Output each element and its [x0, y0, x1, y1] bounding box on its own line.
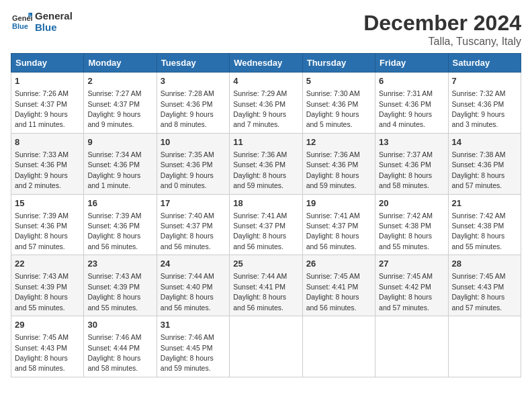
empty-cell — [448, 316, 521, 377]
day-number: 23 — [87, 258, 152, 270]
day-cell-24: 24Sunrise: 7:44 AMSunset: 4:40 PMDayligh… — [157, 255, 229, 316]
day-cell-5: 5Sunrise: 7:30 AMSunset: 4:36 PMDaylight… — [302, 73, 375, 134]
header-tuesday: Tuesday — [157, 54, 229, 73]
day-number: 6 — [379, 75, 444, 87]
day-cell-28: 28Sunrise: 7:45 AMSunset: 4:43 PMDayligh… — [448, 255, 521, 316]
day-number: 14 — [452, 136, 517, 148]
day-info: Sunrise: 7:41 AMSunset: 4:37 PMDaylight:… — [306, 212, 360, 250]
month-title: December 2024 — [363, 11, 521, 36]
header-thursday: Thursday — [302, 54, 375, 73]
day-cell-9: 9Sunrise: 7:34 AMSunset: 4:36 PMDaylight… — [84, 133, 157, 194]
day-info: Sunrise: 7:33 AMSunset: 4:36 PMDaylight:… — [15, 150, 69, 189]
day-info: Sunrise: 7:28 AMSunset: 4:36 PMDaylight:… — [161, 89, 214, 128]
day-cell-3: 3Sunrise: 7:28 AMSunset: 4:36 PMDaylight… — [157, 73, 229, 134]
day-cell-4: 4Sunrise: 7:29 AMSunset: 4:36 PMDaylight… — [230, 73, 302, 134]
day-cell-12: 12Sunrise: 7:36 AMSunset: 4:36 PMDayligh… — [302, 133, 375, 194]
day-info: Sunrise: 7:42 AMSunset: 4:38 PMDaylight:… — [452, 212, 506, 250]
day-number: 1 — [15, 75, 80, 87]
day-number: 18 — [233, 197, 298, 210]
day-info: Sunrise: 7:26 AMSunset: 4:37 PMDaylight:… — [15, 89, 69, 128]
day-cell-26: 26Sunrise: 7:45 AMSunset: 4:41 PMDayligh… — [302, 255, 375, 316]
logo: General Blue General Blue — [11, 11, 73, 33]
day-info: Sunrise: 7:41 AMSunset: 4:37 PMDaylight:… — [233, 212, 287, 250]
day-number: 25 — [233, 258, 298, 270]
day-cell-23: 23Sunrise: 7:43 AMSunset: 4:39 PMDayligh… — [84, 255, 157, 316]
day-cell-31: 31Sunrise: 7:46 AMSunset: 4:45 PMDayligh… — [157, 316, 229, 377]
logo-general: General — [35, 11, 73, 22]
day-info: Sunrise: 7:34 AMSunset: 4:36 PMDaylight:… — [87, 150, 141, 189]
day-cell-1: 1Sunrise: 7:26 AMSunset: 4:37 PMDaylight… — [11, 73, 84, 134]
day-info: Sunrise: 7:42 AMSunset: 4:38 PMDaylight:… — [379, 212, 433, 250]
day-number: 26 — [306, 258, 371, 270]
week-row-5: 29Sunrise: 7:45 AMSunset: 4:43 PMDayligh… — [11, 316, 521, 377]
day-info: Sunrise: 7:45 AMSunset: 4:43 PMDaylight:… — [15, 333, 69, 372]
day-info: Sunrise: 7:45 AMSunset: 4:41 PMDaylight:… — [306, 272, 360, 311]
day-info: Sunrise: 7:44 AMSunset: 4:40 PMDaylight:… — [161, 272, 214, 311]
day-number: 5 — [306, 75, 371, 87]
day-info: Sunrise: 7:31 AMSunset: 4:36 PMDaylight:… — [379, 89, 433, 128]
day-number: 3 — [161, 75, 226, 87]
week-row-3: 15Sunrise: 7:39 AMSunset: 4:36 PMDayligh… — [11, 194, 521, 255]
day-cell-15: 15Sunrise: 7:39 AMSunset: 4:36 PMDayligh… — [11, 194, 84, 255]
day-info: Sunrise: 7:43 AMSunset: 4:39 PMDaylight:… — [15, 272, 69, 311]
day-info: Sunrise: 7:45 AMSunset: 4:43 PMDaylight:… — [452, 272, 506, 311]
day-cell-20: 20Sunrise: 7:42 AMSunset: 4:38 PMDayligh… — [375, 194, 448, 255]
day-cell-8: 8Sunrise: 7:33 AMSunset: 4:36 PMDaylight… — [11, 133, 84, 194]
day-cell-16: 16Sunrise: 7:39 AMSunset: 4:36 PMDayligh… — [84, 194, 157, 255]
header-monday: Monday — [84, 54, 157, 73]
day-cell-29: 29Sunrise: 7:45 AMSunset: 4:43 PMDayligh… — [11, 316, 84, 377]
day-info: Sunrise: 7:37 AMSunset: 4:36 PMDaylight:… — [379, 150, 433, 189]
day-info: Sunrise: 7:35 AMSunset: 4:36 PMDaylight:… — [161, 150, 214, 189]
day-cell-2: 2Sunrise: 7:27 AMSunset: 4:37 PMDaylight… — [84, 73, 157, 134]
day-number: 10 — [161, 136, 226, 148]
day-number: 17 — [161, 197, 226, 210]
day-info: Sunrise: 7:43 AMSunset: 4:39 PMDaylight:… — [87, 272, 141, 311]
title-area: December 2024 Talla, Tuscany, Italy — [363, 11, 521, 48]
day-number: 15 — [15, 197, 80, 210]
day-number: 12 — [306, 136, 371, 148]
day-info: Sunrise: 7:29 AMSunset: 4:36 PMDaylight:… — [233, 89, 287, 128]
day-number: 9 — [87, 136, 152, 148]
week-row-1: 1Sunrise: 7:26 AMSunset: 4:37 PMDaylight… — [11, 73, 521, 134]
location: Talla, Tuscany, Italy — [363, 36, 521, 48]
day-info: Sunrise: 7:46 AMSunset: 4:44 PMDaylight:… — [87, 333, 141, 372]
day-number: 28 — [452, 258, 517, 270]
day-info: Sunrise: 7:40 AMSunset: 4:37 PMDaylight:… — [161, 212, 214, 250]
day-cell-21: 21Sunrise: 7:42 AMSunset: 4:38 PMDayligh… — [448, 194, 521, 255]
day-number: 21 — [452, 197, 517, 210]
day-number: 8 — [15, 136, 80, 148]
logo-blue: Blue — [35, 22, 73, 34]
day-cell-30: 30Sunrise: 7:46 AMSunset: 4:44 PMDayligh… — [84, 316, 157, 377]
day-cell-27: 27Sunrise: 7:45 AMSunset: 4:42 PMDayligh… — [375, 255, 448, 316]
day-info: Sunrise: 7:36 AMSunset: 4:36 PMDaylight:… — [306, 150, 360, 189]
day-cell-13: 13Sunrise: 7:37 AMSunset: 4:36 PMDayligh… — [375, 133, 448, 194]
day-number: 30 — [87, 319, 152, 331]
day-info: Sunrise: 7:30 AMSunset: 4:36 PMDaylight:… — [306, 89, 360, 128]
day-info: Sunrise: 7:32 AMSunset: 4:36 PMDaylight:… — [452, 89, 506, 128]
day-cell-18: 18Sunrise: 7:41 AMSunset: 4:37 PMDayligh… — [230, 194, 302, 255]
week-row-4: 22Sunrise: 7:43 AMSunset: 4:39 PMDayligh… — [11, 255, 521, 316]
day-number: 7 — [452, 75, 517, 87]
day-number: 4 — [233, 75, 298, 87]
day-number: 2 — [87, 75, 152, 87]
day-cell-19: 19Sunrise: 7:41 AMSunset: 4:37 PMDayligh… — [302, 194, 375, 255]
day-cell-22: 22Sunrise: 7:43 AMSunset: 4:39 PMDayligh… — [11, 255, 84, 316]
day-cell-17: 17Sunrise: 7:40 AMSunset: 4:37 PMDayligh… — [157, 194, 229, 255]
day-cell-6: 6Sunrise: 7:31 AMSunset: 4:36 PMDaylight… — [375, 73, 448, 134]
day-info: Sunrise: 7:39 AMSunset: 4:36 PMDaylight:… — [87, 212, 141, 250]
day-number: 16 — [87, 197, 152, 210]
day-number: 31 — [161, 319, 226, 331]
day-cell-25: 25Sunrise: 7:44 AMSunset: 4:41 PMDayligh… — [230, 255, 302, 316]
day-number: 11 — [233, 136, 298, 148]
day-cell-14: 14Sunrise: 7:38 AMSunset: 4:36 PMDayligh… — [448, 133, 521, 194]
day-cell-7: 7Sunrise: 7:32 AMSunset: 4:36 PMDaylight… — [448, 73, 521, 134]
header-sunday: Sunday — [11, 54, 84, 73]
day-info: Sunrise: 7:38 AMSunset: 4:36 PMDaylight:… — [452, 150, 506, 189]
day-number: 20 — [379, 197, 444, 210]
header-saturday: Saturday — [448, 54, 521, 73]
empty-cell — [230, 316, 302, 377]
day-info: Sunrise: 7:36 AMSunset: 4:36 PMDaylight:… — [233, 150, 287, 189]
day-number: 13 — [379, 136, 444, 148]
logo-icon: General Blue — [11, 11, 32, 33]
weekday-header-row: Sunday Monday Tuesday Wednesday Thursday… — [11, 54, 521, 73]
